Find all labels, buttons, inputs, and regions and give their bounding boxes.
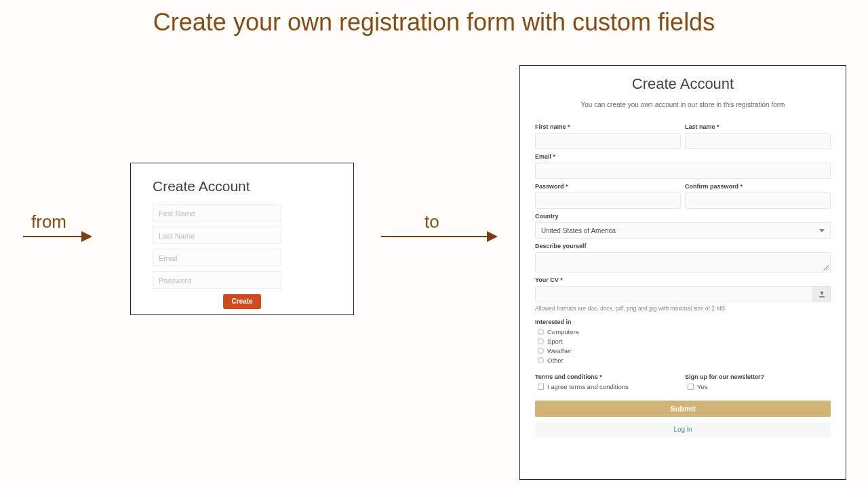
describe-textarea[interactable] (535, 252, 831, 272)
arrow-from-icon (23, 236, 91, 237)
interest-label: Weather (547, 347, 572, 354)
login-button[interactable]: Log in (535, 422, 831, 437)
first-name-label: First name * (535, 123, 681, 130)
describe-label: Describe yourself (535, 243, 831, 249)
create-button[interactable]: Create (223, 294, 261, 309)
email-field[interactable] (535, 163, 831, 179)
terms-text: I agree terms and conditions (547, 383, 629, 390)
cv-label: Your CV * (535, 277, 831, 283)
rich-form-subtitle: You can create you own account in our st… (535, 101, 831, 108)
country-label: Country (535, 213, 831, 220)
interest-label: Computers (547, 328, 578, 336)
interest-label: Sport (547, 338, 563, 345)
page-title: Create your own registration form with c… (0, 8, 868, 37)
terms-checkbox[interactable]: I agree terms and conditions (538, 383, 681, 390)
confirm-password-label: Confirm password * (685, 183, 831, 190)
first-name-field[interactable] (535, 133, 681, 149)
interest-option[interactable]: Other (538, 357, 831, 364)
email-input[interactable]: Email (153, 249, 281, 266)
rich-form-title: Create Account (535, 75, 831, 93)
interested-label: Interested in (535, 319, 831, 325)
last-name-input[interactable]: Last Name (153, 226, 281, 244)
terms-label: Terms and conditions * (535, 373, 681, 380)
password-input[interactable]: Password (153, 271, 281, 289)
last-name-label: Last name * (685, 123, 831, 130)
radio-icon (538, 348, 544, 354)
country-select[interactable]: United States of America (535, 222, 831, 239)
newsletter-text: Yes (697, 383, 708, 390)
simple-form-card: Create Account First Name Last Name Emai… (130, 163, 354, 315)
cv-file-input[interactable] (535, 286, 813, 302)
radio-icon (538, 338, 544, 344)
interest-label: Other (547, 357, 564, 364)
radio-icon (538, 329, 544, 335)
newsletter-checkbox[interactable]: Yes (688, 383, 831, 390)
rich-form-card: Create Account You can create you own ac… (519, 65, 846, 480)
interest-option[interactable]: Sport (538, 338, 831, 345)
label-to: to (425, 211, 439, 232)
first-name-input[interactable]: First Name (153, 204, 281, 222)
confirm-password-field[interactable] (685, 192, 831, 209)
password-field[interactable] (535, 192, 681, 209)
email-label: Email * (535, 153, 831, 160)
cv-hint: Allowed formats are doc, docx, pdf, png … (535, 305, 831, 312)
chevron-down-icon (819, 229, 825, 232)
upload-button[interactable] (813, 286, 831, 302)
upload-icon (818, 291, 825, 298)
newsletter-label: Sign up for our newsletter? (685, 373, 831, 380)
label-from: from (31, 211, 66, 232)
arrow-to-icon (381, 236, 496, 237)
checkbox-icon (688, 384, 694, 390)
interest-option[interactable]: Computers (538, 328, 831, 336)
simple-form-title: Create Account (153, 178, 332, 195)
checkbox-icon (538, 384, 544, 390)
radio-icon (538, 357, 544, 363)
interest-option[interactable]: Weather (538, 347, 831, 354)
password-label: Password * (535, 183, 681, 190)
country-value: United States of America (541, 227, 616, 235)
submit-button[interactable]: Submit (535, 401, 831, 417)
last-name-field[interactable] (685, 133, 831, 149)
